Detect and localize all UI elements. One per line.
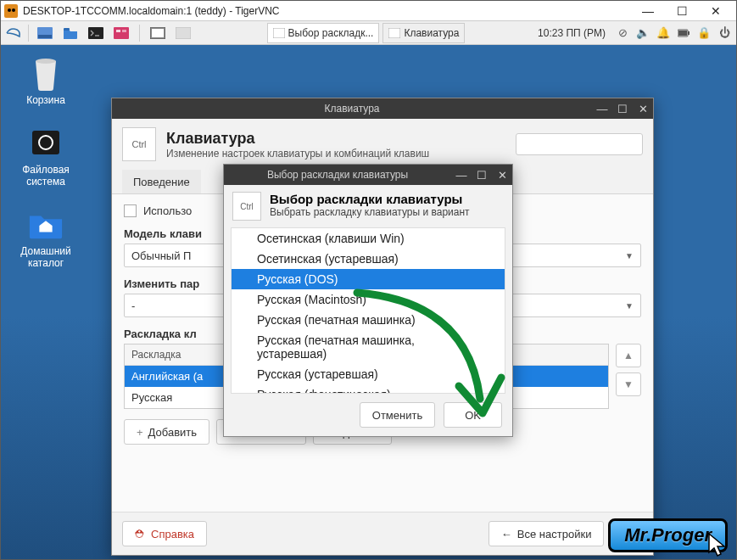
launcher-icon[interactable] — [110, 24, 132, 42]
cursor-icon — [706, 532, 729, 557]
ctrl-key-icon: Ctrl — [232, 192, 261, 221]
remote-desktop: Выбор раскладк... Клавиатура 10:23 ПП (P… — [1, 21, 736, 559]
window-title: Клавиатура — [112, 103, 592, 115]
dialog-header: Ctrl Выбор раскладки клавиатуры Выбрать … — [224, 185, 512, 227]
dialog-title: Выбор раскладки клавиатуры — [270, 192, 470, 206]
lock-icon[interactable]: 🔒 — [695, 26, 712, 39]
use-defaults-label: Использо — [143, 204, 192, 217]
host-title: DESKTOP-1TCCOMM.localdomain:1 (teddy) - … — [23, 5, 631, 17]
svg-rect-14 — [388, 28, 400, 38]
svg-rect-5 — [64, 28, 70, 31]
taskbar-item-keyboard[interactable]: Клавиатура — [382, 23, 465, 43]
ok-button[interactable]: OK — [444, 402, 502, 428]
dialog-titlebar[interactable]: Выбор раскладки клавиатуры — ☐ ✕ — [224, 165, 512, 185]
battery-icon[interactable] — [675, 29, 692, 37]
filesystem-icon[interactable]: Файловая система — [8, 125, 84, 188]
add-layout-button[interactable]: +Добавить — [124, 419, 209, 445]
layout-option[interactable]: Русская (устаревшая) — [232, 364, 505, 384]
host-window: DESKTOP-1TCCOMM.localdomain:1 (teddy) - … — [0, 0, 737, 560]
taskbar-label: Клавиатура — [404, 27, 459, 39]
show-desktop-icon[interactable] — [34, 24, 56, 42]
desktop-icons: Корзина Файловая система Домашний катало… — [8, 55, 84, 269]
svg-point-18 — [36, 59, 56, 64]
volume-icon[interactable]: 🔈 — [634, 26, 651, 39]
trash-icon[interactable]: Корзина — [8, 55, 84, 106]
move-down-button[interactable]: ▼ — [616, 372, 641, 396]
svg-rect-16 — [688, 31, 690, 35]
svg-rect-9 — [122, 30, 126, 32]
svg-rect-8 — [116, 30, 120, 32]
layout-list[interactable]: Осетинская (клавиши Win)Осетинская (уста… — [231, 227, 505, 394]
dialog-subtitle: Выбрать раскладку клавиатуры и вариант — [270, 206, 470, 218]
svg-rect-4 — [38, 35, 52, 38]
svg-rect-12 — [176, 27, 191, 39]
host-minimize-button[interactable]: — — [631, 2, 665, 20]
move-up-button[interactable]: ▲ — [616, 344, 641, 367]
svg-rect-13 — [273, 28, 285, 38]
chevron-down-icon: ▼ — [625, 301, 634, 311]
svg-rect-17 — [678, 31, 687, 36]
workspace2-icon[interactable] — [172, 24, 194, 42]
page-subtitle: Изменение настроек клавиатуры и комбинац… — [166, 148, 429, 160]
workspace1-icon[interactable] — [147, 24, 169, 42]
layout-option[interactable]: Русская (фонетическая) — [232, 384, 505, 394]
tab-behavior[interactable]: Поведение — [122, 170, 201, 193]
window-maximize-button[interactable]: ☐ — [612, 98, 633, 119]
home-folder-icon[interactable]: Домашний каталог — [8, 206, 84, 269]
dialog-minimize-button[interactable]: — — [451, 165, 472, 185]
host-maximize-button[interactable]: ☐ — [665, 2, 699, 20]
network-icon[interactable]: ⊘ — [614, 26, 631, 39]
page-title: Клавиатура — [166, 130, 429, 148]
svg-rect-0 — [4, 4, 18, 18]
svg-rect-6 — [88, 27, 103, 39]
svg-rect-19 — [32, 131, 59, 154]
icon-label: Домашний каталог — [8, 245, 84, 269]
settings-header: Ctrl Клавиатура Изменение настроек клави… — [112, 119, 653, 170]
layout-option[interactable]: Русская (печатная машинка) — [232, 310, 505, 330]
layout-option[interactable]: Русская (DOS) — [232, 269, 505, 289]
file-manager-icon[interactable] — [59, 24, 81, 42]
use-defaults-checkbox[interactable] — [124, 204, 137, 217]
layout-selection-dialog[interactable]: Выбор раскладки клавиатуры — ☐ ✕ Ctrl Вы… — [223, 164, 513, 437]
svg-point-1 — [8, 8, 11, 12]
svg-rect-11 — [152, 29, 164, 37]
taskbar-item-layout-dialog[interactable]: Выбор раскладк... — [267, 23, 380, 43]
top-panel: Выбор раскладк... Клавиатура 10:23 ПП (P… — [1, 21, 736, 45]
host-titlebar[interactable]: DESKTOP-1TCCOMM.localdomain:1 (teddy) - … — [1, 1, 736, 21]
combo-value: Обычный П — [131, 249, 191, 262]
power-icon[interactable]: ⏻ — [716, 26, 733, 39]
dialog-close-button[interactable]: ✕ — [492, 165, 512, 185]
svg-rect-7 — [114, 27, 129, 39]
kali-menu-icon[interactable] — [4, 24, 23, 42]
host-close-button[interactable]: ✕ — [699, 2, 733, 20]
notification-icon[interactable]: 🔔 — [655, 26, 672, 39]
settings-footer: ⛑Справка ←Все настройки × — [112, 512, 653, 555]
watermark: Mr.Proger — [608, 518, 728, 552]
icon-label: Корзина — [26, 94, 65, 106]
dialog-window-title: Выбор раскладки клавиатуры — [224, 169, 451, 181]
chevron-down-icon: ▼ — [625, 251, 634, 260]
cancel-button[interactable]: Отменить — [360, 402, 435, 428]
clock[interactable]: 10:23 ПП (PM) — [538, 27, 606, 39]
window-close-button[interactable]: ✕ — [633, 98, 653, 119]
layout-option[interactable]: Русская (Macintosh) — [232, 289, 505, 310]
dialog-maximize-button[interactable]: ☐ — [472, 165, 492, 185]
taskbar-label: Выбор раскладк... — [288, 27, 374, 39]
keyboard-titlebar[interactable]: Клавиатура — ☐ ✕ — [112, 98, 653, 119]
window-minimize-button[interactable]: — — [592, 98, 612, 119]
combo-value: - — [131, 300, 135, 312]
search-input[interactable] — [516, 133, 643, 155]
tigervnc-icon — [4, 4, 18, 18]
layout-option[interactable]: Осетинская (клавиши Win) — [232, 228, 505, 249]
layout-option[interactable]: Осетинская (устаревшая) — [232, 249, 505, 269]
svg-point-2 — [12, 8, 15, 12]
dialog-footer: Отменить OK — [224, 394, 512, 436]
layout-option[interactable]: Русская (печатная машинка, устаревшая) — [232, 330, 505, 364]
ctrl-key-icon: Ctrl — [122, 127, 156, 161]
terminal-icon[interactable] — [85, 24, 107, 42]
icon-label: Файловая система — [8, 164, 84, 188]
all-settings-button[interactable]: ←Все настройки — [489, 521, 605, 546]
help-button[interactable]: ⛑Справка — [122, 521, 207, 546]
